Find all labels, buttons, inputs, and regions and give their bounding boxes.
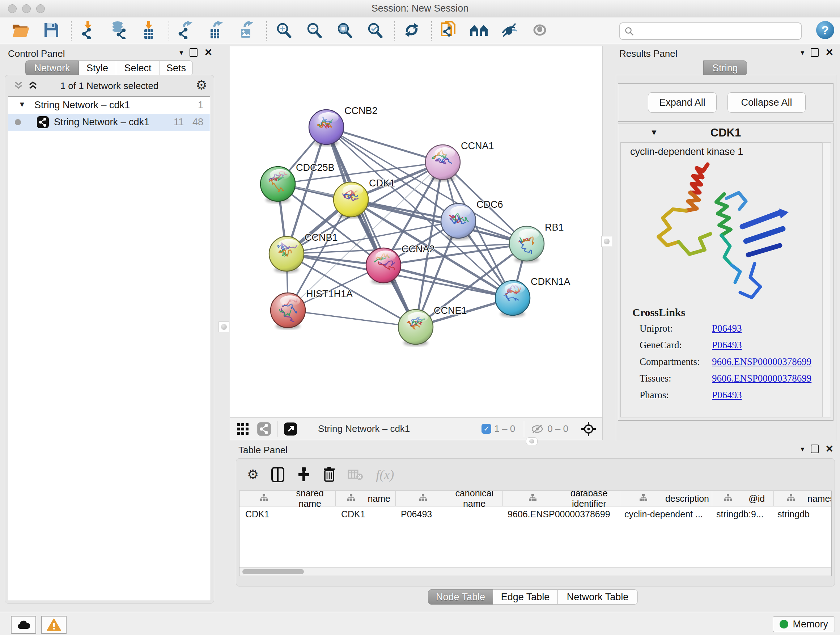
open-in-window-icon[interactable] — [283, 422, 298, 436]
node-CCNA1[interactable]: CCNA1 — [425, 141, 494, 181]
grid-view-icon[interactable] — [236, 422, 249, 436]
clone-network-button[interactable] — [437, 19, 460, 42]
selected-checkbox[interactable]: ✓ — [482, 424, 491, 434]
network-view[interactable]: CCNB2 CCNA1 CDC25B CDK1 CDC6 RB1 CCNB1 C… — [230, 46, 603, 418]
network-manager: 1 of 1 Network selected ⚙ ▼ String Netwo… — [5, 75, 214, 603]
column-header-@id[interactable]: @id — [712, 491, 774, 506]
bottom-splitter-handle[interactable] — [526, 437, 538, 445]
node-CDKN1A[interactable]: CDKN1A — [495, 276, 570, 317]
export-image-button[interactable] — [235, 19, 258, 42]
crosslink-link[interactable]: 9606.ENSP00000378699 — [712, 356, 812, 367]
node-CCNE1[interactable]: CCNE1 — [398, 305, 467, 346]
string-network-icon[interactable] — [257, 422, 271, 436]
crosslink-link[interactable]: P06493 — [712, 323, 742, 334]
control-panel-maximize-icon[interactable] — [189, 48, 197, 57]
tab-string[interactable]: String — [703, 60, 747, 76]
table-cell: 9606.ENSP00000378699 — [502, 507, 619, 522]
hidden-eye-icon[interactable] — [530, 423, 545, 435]
help-button[interactable]: ? — [816, 21, 834, 39]
left-splitter-handle[interactable] — [218, 321, 229, 333]
table-tab-network-table[interactable]: Network Table — [558, 589, 638, 605]
control-panel-close-icon[interactable]: ✕ — [204, 49, 212, 56]
results-panel-close-icon[interactable]: ✕ — [825, 49, 834, 56]
collapse-all-button[interactable]: Collapse All — [728, 92, 806, 112]
export-image-icon — [238, 21, 256, 41]
edge-HIST1H1A-CCNE1[interactable] — [288, 310, 416, 327]
gear-icon[interactable]: ⚙ — [196, 78, 207, 93]
table-panel-maximize-icon[interactable] — [811, 445, 819, 453]
node-CDC25B[interactable]: CDC25B — [261, 162, 335, 203]
tab-style[interactable]: Style — [79, 60, 116, 76]
network-row[interactable]: String Network – cdk1 11 48 — [8, 114, 210, 131]
show-hide-navigator-button[interactable] — [467, 19, 491, 42]
zoom-selected-button[interactable] — [363, 19, 386, 42]
warnings-button[interactable] — [41, 616, 66, 634]
column-type-icon — [620, 494, 665, 504]
expand-all-button[interactable]: Expand All — [648, 92, 717, 112]
zoom-fit-button[interactable] — [333, 19, 356, 42]
open-session-button[interactable] — [9, 19, 33, 42]
delete-column-icon[interactable] — [323, 467, 335, 483]
refresh-view-button[interactable] — [400, 19, 423, 42]
table-row[interactable]: CDK1CDK1P064939606.ENSP00000378699cyclin… — [240, 507, 831, 522]
table-panel-float-icon[interactable]: ▾ — [801, 445, 804, 453]
edge-CCNB2-CCNA1[interactable] — [326, 127, 443, 162]
hide-selected-icon — [500, 22, 518, 40]
import-network-from-file-button[interactable] — [77, 19, 100, 42]
table-cell: CDK1 — [335, 507, 395, 522]
table-gear-icon[interactable]: ⚙ — [247, 467, 259, 482]
node-label-CCNE1: CCNE1 — [434, 305, 467, 316]
column-header-name[interactable]: name — [336, 491, 396, 506]
table-panel-close-icon[interactable]: ✕ — [825, 445, 834, 453]
table-tab-node-table[interactable]: Node Table — [428, 589, 493, 605]
node-CDC6[interactable]: CDC6 — [441, 199, 503, 240]
birdseye-icon[interactable] — [581, 421, 597, 437]
crosslink-link[interactable]: 9606.ENSP00000378699 — [712, 373, 812, 384]
import-network-from-database-button[interactable] — [107, 19, 130, 42]
show-columns-icon[interactable] — [271, 467, 285, 483]
zoom-in-icon — [276, 22, 292, 40]
column-type-icon — [503, 494, 561, 504]
right-splitter-handle[interactable] — [601, 236, 612, 247]
zoom-out-button[interactable] — [302, 19, 325, 42]
tab-network[interactable]: Network — [25, 60, 79, 76]
column-header-database-identifier[interactable]: database identifier — [503, 491, 620, 506]
scrollbar-thumb[interactable] — [242, 569, 304, 574]
node-table[interactable]: shared namenamecanonical namedatabase id… — [239, 491, 832, 576]
gene-scrollbar[interactable] — [822, 142, 831, 417]
add-column-icon[interactable] — [297, 467, 311, 483]
memory-button[interactable]: Memory — [773, 616, 835, 632]
save-session-button[interactable] — [40, 19, 63, 42]
export-table-button[interactable] — [205, 19, 228, 42]
collection-caret-icon[interactable]: ▼ — [19, 100, 26, 109]
table-horizontal-scrollbar[interactable] — [240, 567, 831, 576]
hide-selected-button[interactable] — [498, 19, 521, 42]
control-panel-float-icon[interactable]: ▾ — [180, 48, 183, 57]
show-hidden-button[interactable] — [528, 19, 551, 42]
results-panel-float-icon[interactable]: ▾ — [801, 48, 804, 57]
results-panel-title: Results Panel — [619, 48, 677, 59]
node-HIST1H1A[interactable]: HIST1H1A — [271, 288, 353, 329]
cloud-button[interactable] — [11, 616, 36, 634]
import-table-from-file-button[interactable] — [137, 19, 161, 42]
column-header-namespace[interactable]: namespace — [774, 491, 832, 506]
export-network-button[interactable] — [174, 19, 197, 42]
import-network-from-file-icon — [80, 21, 96, 41]
node-RB1[interactable]: RB1 — [509, 222, 564, 263]
table-tab-edge-table[interactable]: Edge Table — [493, 589, 558, 605]
table-cell: cyclin-dependent ... — [619, 507, 711, 522]
zoom-in-button[interactable] — [272, 19, 295, 42]
tab-select[interactable]: Select — [116, 60, 160, 76]
gene-section-header[interactable]: ▼ CDK1 — [618, 124, 833, 141]
crosslink-link[interactable]: P06493 — [712, 390, 742, 401]
tab-sets[interactable]: Sets — [160, 60, 193, 76]
column-header-canonical-name[interactable]: canonical name — [396, 491, 503, 506]
results-panel-maximize-icon[interactable] — [811, 48, 819, 57]
network-collection-row[interactable]: ▼ String Network – cdk1 1 — [8, 97, 210, 114]
crosslink-row: Pharos: P06493 — [621, 390, 823, 406]
crosslink-link[interactable]: P06493 — [712, 340, 742, 351]
column-header-description[interactable]: description — [620, 491, 712, 506]
search-input[interactable] — [638, 24, 798, 38]
column-header-shared-name[interactable]: shared name — [240, 491, 336, 506]
search-box[interactable] — [619, 22, 802, 40]
